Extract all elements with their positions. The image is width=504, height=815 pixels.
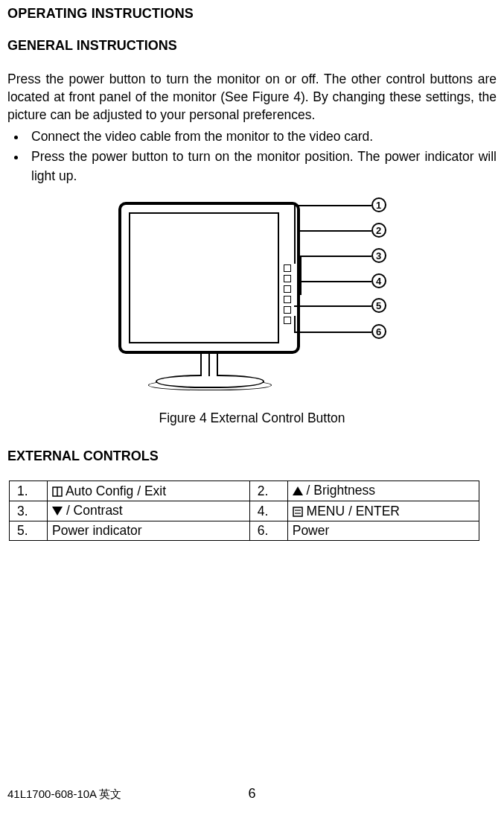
cell-text: / Brightness	[307, 483, 375, 498]
cell-value: Auto Config / Exit	[48, 481, 250, 501]
title-external-controls: EXTERNAL CONTROLS	[7, 448, 497, 464]
bullet-list: Connect the video cable from the monitor…	[7, 127, 497, 185]
list-item: Connect the video cable from the monitor…	[27, 127, 497, 146]
cell-value: / Brightness	[287, 481, 479, 501]
footer-page-number: 6	[248, 786, 255, 802]
cell-value: Power indicator	[48, 521, 250, 541]
callout-badge-2: 2	[371, 223, 386, 238]
callout-badge-4: 4	[371, 273, 386, 288]
intro-paragraph: Press the power button to turn the monit…	[7, 70, 497, 124]
cell-text: Auto Config / Exit	[66, 483, 166, 498]
cell-num: 5.	[10, 521, 48, 541]
cell-text: MENU / ENTER	[307, 504, 400, 519]
cell-num: 4.	[249, 501, 287, 521]
cell-value: MENU / ENTER	[287, 501, 479, 521]
table-row: 1. Auto Config / Exit 2. / Brightness	[10, 481, 479, 501]
cell-value: / Contrast	[48, 501, 250, 521]
list-item: Press the power button to turn on the mo…	[27, 147, 497, 186]
cell-num: 2.	[249, 481, 287, 501]
footer-model: 41L1700-608-10A 英文	[7, 787, 121, 802]
cell-num: 6.	[249, 521, 287, 541]
title-operating-instructions: OPERATING INSTRUCTIONS	[7, 6, 497, 22]
figure-monitor-diagram: 1 2 3 4 5 6	[103, 199, 401, 400]
title-general-instructions: GENERAL INSTRUCTIONS	[7, 38, 497, 54]
table-row: 3. / Contrast 4. MENU / ENTER	[10, 501, 479, 521]
triangle-up-icon	[293, 483, 303, 499]
cell-text: / Contrast	[66, 503, 123, 518]
svg-rect-4	[293, 507, 302, 516]
triangle-down-icon	[52, 504, 63, 519]
table-row: 5. Power indicator 6. Power	[10, 521, 479, 541]
external-controls-table: 1. Auto Config / Exit 2. / Brightness 3.	[9, 481, 479, 541]
menu-icon	[293, 505, 303, 516]
cell-value: Power	[287, 521, 479, 541]
auto-adjust-icon	[52, 485, 63, 495]
svg-marker-2	[293, 486, 303, 495]
callout-badge-5: 5	[371, 298, 386, 313]
callout-badge-3: 3	[371, 248, 386, 263]
svg-marker-3	[52, 507, 63, 516]
cell-num: 3.	[10, 501, 48, 521]
callout-badge-6: 6	[371, 324, 386, 339]
figure-caption: Figure 4 External Control Button	[7, 410, 497, 426]
cell-num: 1.	[10, 481, 48, 501]
callout-badge-1: 1	[371, 197, 386, 212]
